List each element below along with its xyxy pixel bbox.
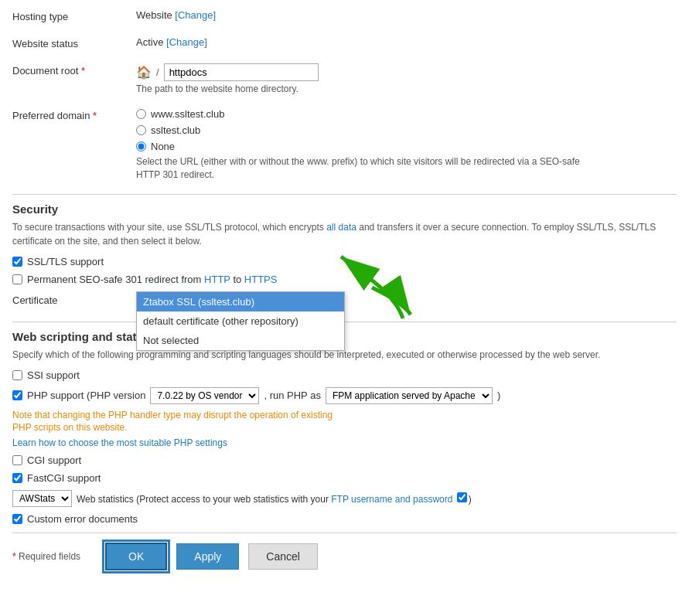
preferred-none-radio[interactable]: [136, 141, 146, 151]
preferred-none-label: None: [151, 141, 175, 152]
preferred-domain-value: www.ssltest.club ssltest.club None Selec…: [136, 108, 677, 182]
cgi-support-row: CGI support: [12, 454, 677, 466]
apply-button[interactable]: Apply: [176, 543, 239, 570]
website-status-value: Active [Change]: [136, 36, 677, 48]
docroot-hint: The path to the website home directory.: [136, 83, 677, 94]
ssl-support-row: SSL/TLS support: [12, 256, 677, 267]
cert-option-none[interactable]: Not selected: [137, 331, 344, 350]
preferred-none-option[interactable]: None: [136, 141, 677, 152]
preferred-nowww-option[interactable]: ssltest.club: [136, 124, 677, 136]
php-version-select[interactable]: 7.0.22 by OS vendor: [150, 387, 259, 404]
php-run-as-text: , run PHP as: [264, 390, 320, 401]
preferred-nowww-label: ssltest.club: [151, 124, 200, 136]
stats-select[interactable]: AWStats: [12, 490, 72, 507]
preferred-www-label: www.ssltest.club: [151, 108, 224, 120]
stats-protect-checkbox[interactable]: [457, 492, 467, 502]
cancel-button[interactable]: Cancel: [248, 543, 318, 570]
redirect-row: Permanent SEO-safe 301 redirect from HTT…: [12, 274, 677, 285]
web-scripting-section: Web scripting and statistics Specify whi…: [12, 322, 677, 526]
fastcgi-support-label: FastCGI support: [27, 472, 101, 484]
ssl-support-label: SSL/TLS support: [27, 256, 104, 267]
docroot-label: Document root *: [12, 63, 136, 77]
fastcgi-support-row: FastCGI support: [12, 472, 677, 484]
php-learn-link[interactable]: Learn how to choose the most suitable PH…: [12, 437, 677, 448]
cgi-support-checkbox[interactable]: [12, 455, 22, 465]
security-section-desc: To secure transactions with your site, u…: [12, 220, 677, 248]
custom-errors-checkbox[interactable]: [12, 514, 22, 524]
security-section-title: Security: [12, 194, 677, 216]
preferred-domain-label: Preferred domain *: [12, 108, 136, 121]
hosting-type-row: Hosting type Website [Change]: [12, 6, 677, 26]
stats-desc: Web statistics (Protect access to your w…: [77, 492, 472, 505]
preferred-www-option[interactable]: www.ssltest.club: [136, 108, 677, 120]
stats-row: AWStats Web statistics (Protect access t…: [12, 490, 677, 507]
ssl-support-checkbox[interactable]: [12, 257, 22, 267]
slash-separator: /: [156, 66, 159, 78]
docroot-row: Document root * 🏠 / The path to the webs…: [12, 60, 677, 97]
ssi-support-label: SSI support: [27, 369, 80, 381]
preferred-domain-radio-group: www.ssltest.club ssltest.club None: [136, 108, 677, 152]
docroot-input[interactable]: [164, 63, 319, 81]
php-support-row: PHP support (PHP version 7.0.22 by OS ve…: [12, 387, 677, 404]
preferred-www-radio[interactable]: [136, 109, 146, 119]
redirect-checkbox[interactable]: [12, 274, 22, 284]
php-support-checkbox[interactable]: [12, 390, 22, 400]
certificate-dropdown-menu: Ztabox SSL (ssltest.club) default certif…: [136, 291, 345, 351]
ssi-support-checkbox[interactable]: [12, 370, 22, 380]
cgi-support-label: CGI support: [27, 454, 81, 466]
php-end-text: ): [497, 390, 500, 401]
php-handler-select[interactable]: FPM application served by Apache: [326, 387, 493, 404]
certificate-row: Certificate Not selected ▼ Ztabox SSL (s…: [12, 291, 677, 311]
fastcgi-support-checkbox[interactable]: [12, 473, 22, 483]
cert-option-ztabox[interactable]: Ztabox SSL (ssltest.club): [137, 292, 344, 311]
website-status-row: Website status Active [Change]: [12, 33, 677, 53]
redirect-label: Permanent SEO-safe 301 redirect from HTT…: [27, 274, 277, 285]
cert-option-default[interactable]: default certificate (other repository): [137, 311, 344, 331]
footer-divider: [12, 533, 677, 533]
home-icon: 🏠: [136, 65, 152, 80]
hosting-type-change[interactable]: [Change]: [175, 9, 216, 21]
hosting-type-label: Hosting type: [12, 9, 136, 22]
preferred-domain-desc: Select the URL (either with or without t…: [136, 155, 585, 182]
website-status-text: Active: [136, 36, 163, 48]
docroot-input-wrap: 🏠 /: [136, 63, 677, 81]
docroot-value: 🏠 / The path to the website home directo…: [136, 63, 677, 94]
certificate-label: Certificate: [12, 291, 136, 306]
hosting-type-text: Website: [136, 9, 172, 21]
custom-errors-label: Custom error documents: [27, 513, 138, 525]
preferred-nowww-radio[interactable]: [136, 125, 146, 135]
ssi-support-row: SSI support: [12, 369, 677, 381]
hosting-type-value: Website [Change]: [136, 9, 677, 21]
required-note: * Required fields: [12, 551, 80, 562]
custom-errors-row: Custom error documents: [12, 513, 677, 525]
website-status-label: Website status: [12, 36, 136, 49]
footer-row: * Required fields OK Apply Cancel: [12, 543, 677, 570]
ok-button[interactable]: OK: [105, 543, 167, 570]
php-support-label: PHP support (PHP version: [27, 390, 145, 401]
website-status-change[interactable]: [Change]: [166, 36, 207, 48]
certificate-dropdown-wrap: Not selected ▼ Ztabox SSL (ssltest.club)…: [136, 291, 306, 311]
php-note: Note that changing the PHP handler type …: [12, 409, 677, 435]
preferred-domain-row: Preferred domain * www.ssltest.club sslt…: [12, 105, 677, 185]
